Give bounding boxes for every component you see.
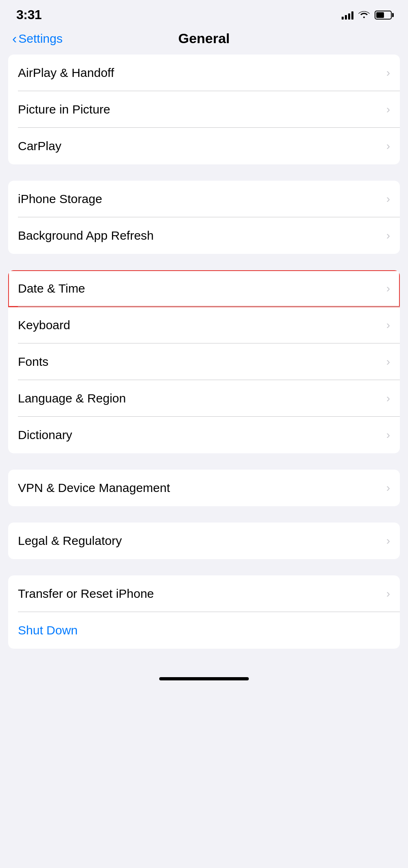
bg-refresh-row[interactable]: Background App Refresh ›: [8, 217, 400, 254]
signal-bars-icon: [342, 11, 353, 20]
shutdown-label: Shut Down: [18, 623, 78, 637]
battery-fill: [376, 12, 384, 18]
legal-label: Legal & Regulatory: [18, 534, 122, 548]
carplay-chevron-icon: ›: [386, 140, 390, 153]
pip-chevron-icon: ›: [386, 103, 390, 116]
settings-group-4: VPN & Device Management ›: [8, 470, 400, 506]
dictionary-chevron-icon: ›: [386, 429, 390, 442]
home-bar: [159, 677, 249, 680]
signal-bar-2: [345, 15, 347, 20]
battery-icon: [375, 11, 392, 20]
transfer-reset-chevron-icon: ›: [386, 587, 390, 600]
iphone-storage-label: iPhone Storage: [18, 192, 102, 206]
transfer-reset-label: Transfer or Reset iPhone: [18, 587, 154, 601]
back-chevron-icon: ‹: [12, 31, 17, 45]
bg-refresh-label: Background App Refresh: [18, 229, 154, 243]
navigation-bar: ‹ Settings General: [0, 26, 408, 55]
signal-bar-1: [342, 17, 344, 20]
legal-chevron-icon: ›: [386, 534, 390, 547]
status-icons: [342, 9, 392, 21]
transfer-reset-row[interactable]: Transfer or Reset iPhone ›: [8, 575, 400, 612]
settings-group-3: Date & Time › Keyboard › Fonts › Languag…: [8, 270, 400, 453]
date-time-label: Date & Time: [18, 282, 85, 295]
wifi-icon: [358, 9, 370, 21]
carplay-row[interactable]: CarPlay ›: [8, 128, 400, 164]
iphone-storage-chevron-icon: ›: [386, 192, 390, 206]
language-region-label: Language & Region: [18, 391, 126, 405]
airplay-chevron-icon: ›: [386, 66, 390, 79]
airplay-row[interactable]: AirPlay & Handoff ›: [8, 55, 400, 91]
iphone-storage-row[interactable]: iPhone Storage ›: [8, 181, 400, 217]
pip-label: Picture in Picture: [18, 103, 110, 116]
language-region-row[interactable]: Language & Region ›: [8, 380, 400, 417]
page-title: General: [178, 31, 230, 46]
settings-content: AirPlay & Handoff › Picture in Picture ›…: [0, 55, 408, 649]
shutdown-row[interactable]: Shut Down: [8, 612, 400, 649]
legal-row[interactable]: Legal & Regulatory ›: [8, 523, 400, 559]
keyboard-row[interactable]: Keyboard ›: [8, 307, 400, 343]
bg-refresh-chevron-icon: ›: [386, 229, 390, 242]
pip-row[interactable]: Picture in Picture ›: [8, 91, 400, 128]
vpn-row[interactable]: VPN & Device Management ›: [8, 470, 400, 506]
dictionary-row[interactable]: Dictionary ›: [8, 417, 400, 453]
fonts-label: Fonts: [18, 355, 48, 369]
status-bar: 3:31: [0, 0, 408, 26]
settings-group-6: Transfer or Reset iPhone › Shut Down: [8, 575, 400, 649]
date-time-chevron-icon: ›: [386, 282, 390, 295]
battery-body: [375, 11, 392, 20]
status-time: 3:31: [16, 7, 42, 22]
signal-bar-3: [348, 13, 350, 20]
date-time-row[interactable]: Date & Time ›: [8, 270, 400, 307]
vpn-label: VPN & Device Management: [18, 481, 170, 495]
keyboard-chevron-icon: ›: [386, 319, 390, 332]
settings-group-2: iPhone Storage › Background App Refresh …: [8, 181, 400, 254]
settings-group-5: Legal & Regulatory ›: [8, 523, 400, 559]
back-button-label: Settings: [18, 32, 62, 46]
keyboard-label: Keyboard: [18, 318, 70, 332]
vpn-chevron-icon: ›: [386, 481, 390, 494]
fonts-row[interactable]: Fonts ›: [8, 343, 400, 380]
carplay-label: CarPlay: [18, 139, 61, 153]
signal-bar-4: [351, 11, 353, 20]
back-button[interactable]: ‹ Settings: [12, 32, 63, 46]
settings-group-1: AirPlay & Handoff › Picture in Picture ›…: [8, 55, 400, 164]
home-indicator: [0, 665, 408, 689]
dictionary-label: Dictionary: [18, 428, 72, 442]
fonts-chevron-icon: ›: [386, 355, 390, 368]
language-region-chevron-icon: ›: [386, 392, 390, 405]
airplay-label: AirPlay & Handoff: [18, 66, 114, 80]
